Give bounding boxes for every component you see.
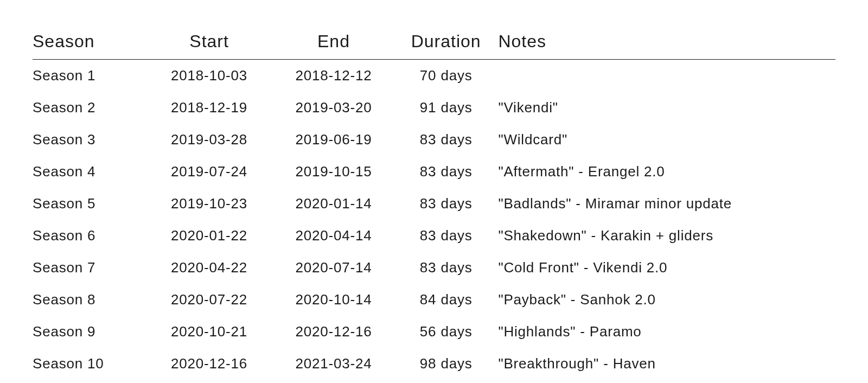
- cell-end: 2021-03-24: [273, 348, 394, 380]
- cell-duration: 83 days: [394, 252, 498, 284]
- cell-start: 2020-04-22: [145, 252, 273, 284]
- cell-start: 2019-03-28: [145, 124, 273, 156]
- cell-start: 2018-10-03: [145, 60, 273, 92]
- table-body: Season 1 2018-10-03 2018-12-12 70 days S…: [33, 60, 835, 380]
- cell-duration: 84 days: [394, 284, 498, 316]
- table-row: Season 3 2019-03-28 2019-06-19 83 days "…: [33, 124, 835, 156]
- cell-start: 2019-10-23: [145, 188, 273, 220]
- table-row: Season 8 2020-07-22 2020-10-14 84 days "…: [33, 284, 835, 316]
- cell-end: 2020-10-14: [273, 284, 394, 316]
- cell-notes: "Cold Front" - Vikendi 2.0: [498, 252, 835, 284]
- cell-end: 2018-12-12: [273, 60, 394, 92]
- cell-notes: "Highlands" - Paramo: [498, 316, 835, 348]
- cell-duration: 91 days: [394, 92, 498, 124]
- cell-season: Season 2: [33, 92, 145, 124]
- cell-end: 2019-10-15: [273, 156, 394, 188]
- table-row: Season 9 2020-10-21 2020-12-16 56 days "…: [33, 316, 835, 348]
- cell-season: Season 8: [33, 284, 145, 316]
- header-notes: Notes: [498, 27, 835, 60]
- cell-season: Season 1: [33, 60, 145, 92]
- cell-notes: "Aftermath" - Erangel 2.0: [498, 156, 835, 188]
- header-season: Season: [33, 27, 145, 60]
- seasons-table: Season Start End Duration Notes Season 1…: [33, 27, 835, 380]
- cell-season: Season 10: [33, 348, 145, 380]
- header-duration: Duration: [394, 27, 498, 60]
- table-row: Season 4 2019-07-24 2019-10-15 83 days "…: [33, 156, 835, 188]
- cell-end: 2020-04-14: [273, 220, 394, 252]
- cell-duration: 83 days: [394, 220, 498, 252]
- cell-season: Season 6: [33, 220, 145, 252]
- cell-notes: "Badlands" - Miramar minor update: [498, 188, 835, 220]
- cell-season: Season 4: [33, 156, 145, 188]
- cell-duration: 83 days: [394, 124, 498, 156]
- cell-end: 2020-12-16: [273, 316, 394, 348]
- cell-duration: 56 days: [394, 316, 498, 348]
- table-row: Season 2 2018-12-19 2019-03-20 91 days "…: [33, 92, 835, 124]
- cell-start: 2020-10-21: [145, 316, 273, 348]
- cell-season: Season 5: [33, 188, 145, 220]
- table-row: Season 5 2019-10-23 2020-01-14 83 days "…: [33, 188, 835, 220]
- table-header-row: Season Start End Duration Notes: [33, 27, 835, 60]
- table-row: Season 6 2020-01-22 2020-04-14 83 days "…: [33, 220, 835, 252]
- cell-end: 2019-03-20: [273, 92, 394, 124]
- cell-start: 2020-07-22: [145, 284, 273, 316]
- cell-start: 2020-01-22: [145, 220, 273, 252]
- cell-notes: "Shakedown" - Karakin + gliders: [498, 220, 835, 252]
- cell-notes: "Wildcard": [498, 124, 835, 156]
- cell-start: 2018-12-19: [145, 92, 273, 124]
- cell-season: Season 7: [33, 252, 145, 284]
- cell-duration: 70 days: [394, 60, 498, 92]
- cell-end: 2019-06-19: [273, 124, 394, 156]
- cell-start: 2019-07-24: [145, 156, 273, 188]
- cell-end: 2020-07-14: [273, 252, 394, 284]
- cell-duration: 83 days: [394, 156, 498, 188]
- cell-season: Season 9: [33, 316, 145, 348]
- table-row: Season 7 2020-04-22 2020-07-14 83 days "…: [33, 252, 835, 284]
- table-row: Season 1 2018-10-03 2018-12-12 70 days: [33, 60, 835, 92]
- cell-notes: [498, 60, 835, 92]
- cell-season: Season 3: [33, 124, 145, 156]
- cell-start: 2020-12-16: [145, 348, 273, 380]
- cell-notes: "Vikendi": [498, 92, 835, 124]
- header-end: End: [273, 27, 394, 60]
- header-start: Start: [145, 27, 273, 60]
- cell-end: 2020-01-14: [273, 188, 394, 220]
- cell-duration: 83 days: [394, 188, 498, 220]
- cell-notes: "Breakthrough" - Haven: [498, 348, 835, 380]
- table-row: Season 10 2020-12-16 2021-03-24 98 days …: [33, 348, 835, 380]
- cell-notes: "Payback" - Sanhok 2.0: [498, 284, 835, 316]
- cell-duration: 98 days: [394, 348, 498, 380]
